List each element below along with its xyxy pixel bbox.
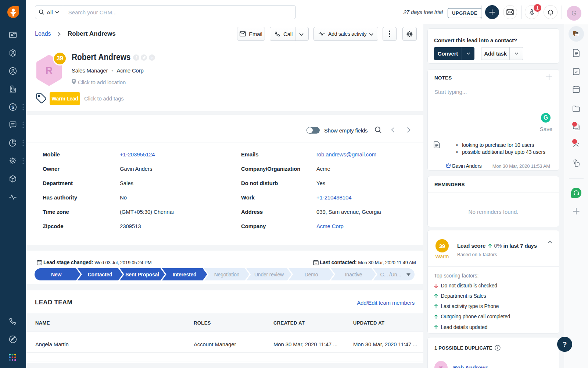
svg-text:Inactive: Inactive [345, 272, 362, 277]
svg-text:Contacted: Contacted [88, 272, 112, 277]
svg-text:Demo: Demo [305, 272, 318, 277]
svg-text:Sent Proposal: Sent Proposal [125, 272, 159, 277]
svg-text:23: 23 [38, 262, 41, 265]
svg-text:C... /Un...: C... /Un... [380, 272, 401, 277]
svg-text:R: R [46, 65, 53, 76]
svg-text:$: $ [11, 105, 14, 110]
svg-text:Negotiation: Negotiation [214, 272, 240, 277]
svg-text:Under review: Under review [254, 272, 284, 277]
svg-text:Interested: Interested [173, 272, 197, 277]
svg-text:23: 23 [315, 262, 317, 265]
svg-text:New: New [51, 272, 61, 277]
